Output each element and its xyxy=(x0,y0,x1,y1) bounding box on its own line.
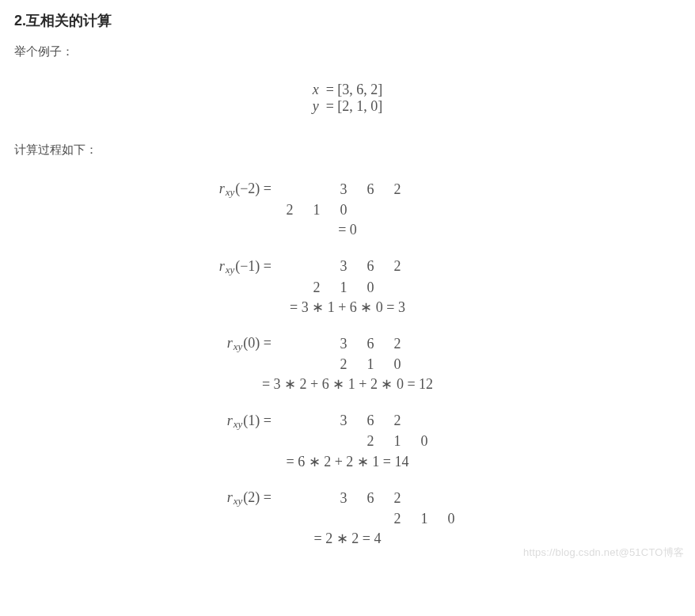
func-sub: xy xyxy=(225,264,236,276)
x-cell: 2 xyxy=(394,257,401,276)
y-cell: 2 xyxy=(313,279,321,297)
y-cell: 2 xyxy=(367,432,374,451)
y-cell: 0 xyxy=(448,510,455,528)
calc-group-p1: rxy(1) = 3 6 2 2 1 0 = 6 ∗ 2 + 2 ∗ 1 = 1… xyxy=(189,412,506,471)
calc-group-0: rxy(0) = 3 6 2 2 1 0 = 3 ∗ 2 + 6 ∗ 1 + 2… xyxy=(189,334,506,394)
y-cell: 1 xyxy=(367,356,374,374)
rxy-label-n1: rxy(−1) = xyxy=(219,257,276,277)
calc-group-p2: rxy(2) = 3 6 2 2 1 0 = 2 ∗ 2 = 4 xyxy=(189,489,506,548)
result-p2: = 2 ∗ 2 = 4 xyxy=(189,530,506,548)
x-cell: 3 xyxy=(340,412,348,430)
given-x: x = [3, 6, 2] xyxy=(14,82,681,98)
arg-0: 0 xyxy=(248,335,255,351)
func-sub: xy xyxy=(225,186,236,198)
func-r: r xyxy=(227,489,233,505)
x-cell: 2 xyxy=(394,412,401,430)
x-cell: 2 xyxy=(394,489,401,508)
x-cell: 6 xyxy=(367,412,374,430)
arg-n2: −2 xyxy=(240,181,255,196)
y-values: [2, 1, 0] xyxy=(337,98,382,114)
arg-p1: 1 xyxy=(248,413,255,428)
x-cell: 3 xyxy=(340,257,348,276)
x-cell: 3 xyxy=(340,335,348,353)
x-cell: 2 xyxy=(394,181,401,199)
rxy-label-p2: rxy(2) = xyxy=(227,489,276,508)
example-label: 举个例子： xyxy=(14,44,681,59)
func-r: r xyxy=(227,335,233,351)
section-title: 2.互相关的计算 xyxy=(14,11,681,30)
y-cell: 1 xyxy=(421,510,428,528)
rxy-label-n2: rxy(−2) = xyxy=(219,180,276,200)
y-cell: 0 xyxy=(340,201,348,219)
watermark: https://blog.csdn.net@51CTO博客 xyxy=(523,546,684,560)
calc-group-n2: rxy(−2) = 3 6 2 2 1 0 = 0 xyxy=(189,180,506,239)
func-r: r xyxy=(219,181,225,196)
func-r: r xyxy=(219,258,225,274)
x-cell: 6 xyxy=(367,257,374,276)
calculation-area: rxy(−2) = 3 6 2 2 1 0 = 0 rxy(−1) = xyxy=(189,180,506,548)
func-r: r xyxy=(227,413,233,428)
y-cell: 0 xyxy=(367,279,374,297)
y-cell: 1 xyxy=(313,201,321,219)
y-cell: 2 xyxy=(287,201,294,219)
func-sub: xy xyxy=(233,418,244,430)
y-cell: 2 xyxy=(394,510,401,528)
var-x: x xyxy=(313,82,319,97)
given-block: x = [3, 6, 2] y = [2, 1, 0] xyxy=(14,82,681,114)
y-cell: 0 xyxy=(394,356,401,374)
x-cell: 6 xyxy=(367,489,374,508)
x-cell: 3 xyxy=(340,181,348,199)
y-cell: 0 xyxy=(421,432,428,451)
result-n1: = 3 ∗ 1 + 6 ∗ 0 = 3 xyxy=(189,298,506,317)
x-values: [3, 6, 2] xyxy=(337,82,382,97)
y-cell: 2 xyxy=(340,356,348,374)
x-cell: 6 xyxy=(367,181,374,199)
y-cell: 1 xyxy=(340,279,348,297)
x-cell: 6 xyxy=(367,335,374,353)
rxy-label-0: rxy(0) = xyxy=(227,334,276,354)
func-sub: xy xyxy=(233,495,244,507)
result-p1: = 6 ∗ 2 + 2 ∗ 1 = 14 xyxy=(189,453,506,471)
arg-n1: −1 xyxy=(240,258,255,274)
result-0: = 3 ∗ 2 + 6 ∗ 1 + 2 ∗ 0 = 12 xyxy=(189,375,506,394)
arg-p2: 2 xyxy=(248,489,255,505)
var-y: y xyxy=(313,98,319,114)
func-sub: xy xyxy=(233,340,244,352)
rxy-label-p1: rxy(1) = xyxy=(227,412,276,432)
calc-group-n1: rxy(−1) = 3 6 2 2 1 0 = 3 ∗ 1 + 6 ∗ 0 = … xyxy=(189,257,506,317)
x-cell: 3 xyxy=(340,489,348,508)
given-y: y = [2, 1, 0] xyxy=(14,98,681,115)
y-cell: 1 xyxy=(394,432,401,451)
procedure-label: 计算过程如下： xyxy=(14,143,681,158)
result-n2: = 0 xyxy=(189,221,506,239)
x-cell: 2 xyxy=(394,335,401,353)
